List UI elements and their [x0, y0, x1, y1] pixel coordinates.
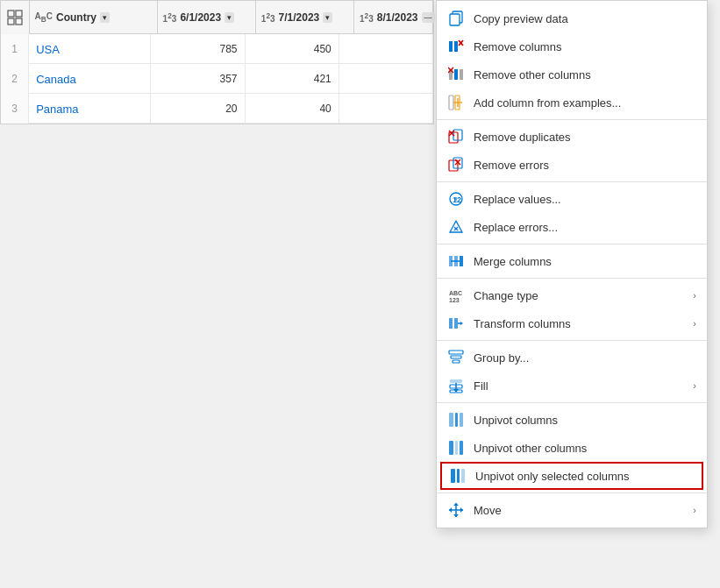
type-icon-date1: 123 — [163, 11, 177, 24]
menu-item-move[interactable]: Move› — [437, 496, 707, 524]
svg-rect-0 — [8, 11, 14, 17]
menu-divider — [437, 119, 707, 120]
replace-errors-label: Replace errors... — [474, 221, 558, 234]
menu-item-copy-preview[interactable]: Copy preview data — [437, 4, 707, 32]
col-header-country[interactable]: ABC Country ▾ — [30, 1, 158, 34]
svg-text:123: 123 — [449, 297, 460, 303]
cell-date3-1 — [339, 34, 433, 64]
data-table: ABC Country ▾ 123 6/1/2023 ▾ 123 7/1/202… — [0, 0, 434, 124]
menu-item-unpivot-columns[interactable]: Unpivot columns — [437, 406, 707, 434]
svg-rect-2 — [8, 18, 14, 25]
cell-date1-2: 357 — [151, 64, 245, 94]
change-type-label: Change type — [474, 289, 538, 302]
transform-columns-label: Transform columns — [474, 317, 571, 330]
group-by-icon — [447, 349, 465, 366]
unpivot-columns-label: Unpivot columns — [474, 414, 558, 427]
menu-item-fill[interactable]: Fill› — [437, 372, 707, 400]
remove-columns-label: Remove columns — [474, 40, 561, 53]
menu-item-replace-errors[interactable]: Replace errors... — [437, 213, 707, 241]
svg-marker-42 — [460, 322, 463, 325]
svg-text:2: 2 — [457, 195, 461, 204]
col-header-date2[interactable]: 123 7/1/2023 ▾ — [256, 1, 354, 34]
menu-item-change-type[interactable]: ABC123Change type› — [437, 281, 707, 309]
menu-item-group-by[interactable]: Group by... — [437, 344, 707, 372]
col-label-country: Country — [56, 11, 96, 24]
menu-item-remove-duplicates[interactable]: Remove duplicates — [437, 123, 707, 151]
unpivot-other-columns-icon — [447, 439, 465, 457]
svg-rect-39 — [449, 318, 453, 329]
col-header-date1[interactable]: 123 6/1/2023 ▾ — [158, 1, 256, 34]
type-icon-date3: 123 — [360, 11, 374, 24]
table-header: ABC Country ▾ 123 6/1/2023 ▾ 123 7/1/202… — [1, 1, 433, 34]
row-num-3: 3 — [1, 94, 29, 124]
unpivot-selected-label: Unpivot only selected columns — [475, 470, 630, 483]
col-header-date3[interactable]: 123 8/1/2023 — — [354, 1, 433, 34]
merge-columns-label: Merge columns — [474, 255, 552, 268]
svg-rect-36 — [460, 256, 463, 266]
move-icon — [447, 501, 465, 519]
type-icon-date2: 123 — [261, 11, 275, 24]
svg-rect-6 — [449, 41, 453, 52]
add-column-icon — [447, 94, 465, 111]
svg-marker-63 — [453, 514, 459, 517]
cell-country-2: Canada — [29, 64, 151, 94]
menu-divider — [437, 340, 707, 341]
svg-rect-54 — [449, 441, 453, 455]
col-dropdown-date2[interactable]: ▾ — [323, 12, 332, 23]
type-icon-country: ABC — [35, 11, 53, 24]
menu-item-add-column[interactable]: Add column from examples... — [437, 89, 707, 117]
change-type-icon: ABC123 — [447, 287, 465, 304]
svg-rect-5 — [450, 14, 460, 25]
svg-rect-46 — [450, 379, 462, 383]
move-arrow: › — [693, 505, 696, 515]
menu-item-transform-columns[interactable]: Transform columns› — [437, 309, 707, 337]
col-dropdown-country[interactable]: ▾ — [100, 12, 110, 23]
menu-divider — [437, 278, 707, 279]
col-label-date3: 8/1/2023 — [377, 11, 418, 24]
fill-icon — [447, 377, 465, 394]
unpivot-other-columns-label: Unpivot other columns — [474, 442, 587, 455]
svg-marker-64 — [449, 507, 452, 513]
col-dropdown-date1[interactable]: ▾ — [225, 12, 234, 23]
cell-country-1: USA — [29, 34, 151, 64]
fill-arrow: › — [693, 380, 696, 391]
remove-other-columns-icon — [447, 66, 465, 83]
transform-columns-icon — [447, 315, 465, 332]
cell-date2-2: 421 — [246, 64, 339, 94]
move-label: Move — [474, 504, 502, 517]
svg-rect-40 — [454, 318, 458, 329]
menu-item-remove-errors[interactable]: Remove errors — [437, 151, 707, 179]
svg-rect-58 — [457, 469, 460, 483]
menu-item-unpivot-selected[interactable]: Unpivot only selected columns — [440, 462, 703, 490]
menu-item-remove-other-columns[interactable]: Remove other columns — [437, 60, 707, 89]
copy-preview-label: Copy preview data — [474, 12, 568, 25]
menu-divider — [437, 402, 707, 403]
svg-rect-56 — [460, 441, 463, 455]
svg-rect-44 — [451, 356, 461, 358]
menu-item-replace-values[interactable]: 12Replace values... — [437, 185, 707, 213]
cell-date1-1: 785 — [151, 34, 245, 64]
row-num-1: 1 — [1, 34, 29, 64]
svg-marker-31 — [450, 221, 462, 232]
merge-columns-icon — [447, 252, 465, 270]
row-num-2: 2 — [1, 64, 29, 94]
col-label-date2: 7/1/2023 — [279, 11, 320, 24]
remove-errors-icon — [447, 156, 465, 174]
replace-errors-icon — [447, 218, 465, 236]
menu-item-merge-columns[interactable]: Merge columns — [437, 247, 707, 275]
svg-text:ABC: ABC — [449, 290, 462, 296]
svg-rect-11 — [454, 69, 458, 80]
svg-rect-45 — [453, 360, 460, 363]
menu-item-remove-columns[interactable]: Remove columns — [437, 32, 707, 60]
remove-duplicates-label: Remove duplicates — [474, 131, 571, 144]
replace-values-icon: 12 — [447, 190, 465, 208]
menu-item-unpivot-other-columns[interactable]: Unpivot other columns — [437, 434, 707, 462]
col-dropdown-date3[interactable]: — — [422, 12, 435, 23]
menu-divider — [437, 244, 707, 244]
svg-rect-15 — [449, 96, 453, 110]
svg-rect-53 — [460, 413, 463, 427]
menu-divider — [437, 181, 707, 182]
remove-duplicates-icon — [447, 128, 465, 145]
remove-columns-icon — [447, 38, 465, 55]
svg-marker-50 — [453, 389, 459, 393]
